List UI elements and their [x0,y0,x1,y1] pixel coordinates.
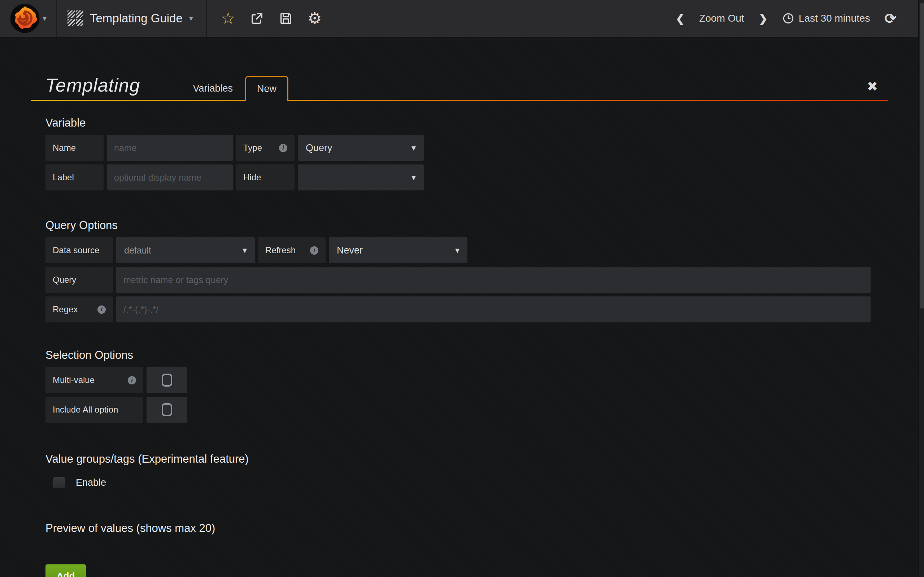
chevron-right-icon: ❯ [759,12,768,25]
dashboard-caret-icon: ▾ [189,15,193,23]
name-input[interactable] [107,135,233,161]
top-navbar: ▾ Templating Guide ▾ ☆ ⚙ [0,0,924,37]
time-range-picker[interactable]: Last 30 minutes [775,0,877,37]
name-label: Name [45,135,103,161]
clock-icon [782,12,795,24]
enable-label: Enable [76,477,106,488]
page-title: Templating [31,74,140,96]
templating-editor-page: Templating Variables New ✖ Variable Name… [0,38,924,577]
save-button[interactable] [274,0,298,37]
label-label: Label [45,164,103,190]
checkbox-unchecked-icon [162,403,172,416]
tab-underline-accent [31,100,888,101]
regex-input[interactable] [116,297,871,322]
share-icon [250,11,264,26]
include-all-row: Include All option [45,397,888,423]
chevron-left-icon: ❮ [676,12,685,25]
gear-icon: ⚙ [307,10,321,26]
time-shift-back-button[interactable]: ❮ [669,0,692,37]
refresh-select[interactable]: Never ▾ [329,237,467,263]
query-input[interactable] [116,267,871,293]
zoom-out-label: Zoom Out [699,13,744,24]
chevron-down-icon: ▾ [412,172,416,182]
refresh-info-icon[interactable]: i [310,246,318,255]
dashboard-icon [68,10,83,26]
close-icon: ✖ [867,79,878,94]
grafana-menu-button[interactable]: ▾ [0,0,56,37]
multi-value-info-icon[interactable]: i [128,376,136,384]
chevron-down-icon: ▾ [412,143,416,153]
hide-select[interactable]: ▾ [298,164,424,190]
query-options-heading: Query Options [45,218,888,233]
time-controls: ❮ Zoom Out ❯ Last 30 minutes ⟳ [669,0,924,37]
datasource-label: Data source [45,237,113,263]
selection-options-heading: Selection Options [45,348,888,363]
include-all-checkbox[interactable] [147,397,187,423]
type-label: Type i [236,135,294,161]
variable-name-row: Name Type i Query ▾ [45,135,888,161]
variable-editor-form: Variable Name Type i Query ▾ Label Hide … [0,115,924,577]
multi-value-label: Multi-value i [45,367,143,393]
dashboard-picker-button[interactable]: Templating Guide ▾ [57,0,206,37]
multi-value-row: Multi-value i [45,367,888,393]
datasource-select-value: default [124,245,151,256]
tab-variables[interactable]: Variables [181,76,245,101]
chevron-down-icon: ▾ [455,245,459,255]
add-button[interactable]: Add [45,564,86,577]
refresh-select-value: Never [337,245,363,256]
query-row: Query [45,267,888,293]
vertical-scrollbar[interactable] [918,0,924,577]
datasource-select[interactable]: default ▾ [116,237,255,263]
close-button[interactable]: ✖ [867,80,878,93]
grafana-logo [10,3,40,34]
star-icon: ☆ [221,10,235,26]
label-input[interactable] [107,164,233,190]
dashboard-title: Templating Guide [90,11,183,25]
templating-tabs: Variables New [181,76,288,101]
star-button[interactable]: ☆ [216,0,240,37]
share-button[interactable] [245,0,269,37]
chevron-down-icon: ▾ [242,245,247,255]
enable-checkbox[interactable] [53,477,65,488]
enable-row: Enable [45,477,888,488]
variable-label-row: Label Hide ▾ [45,164,888,190]
checkbox-unchecked-icon [162,374,172,387]
type-info-icon[interactable]: i [279,144,287,152]
zoom-out-button[interactable]: Zoom Out [692,0,751,37]
include-all-label: Include All option [45,397,143,423]
dashboard-actions: ☆ ⚙ [207,0,336,37]
settings-button[interactable]: ⚙ [303,0,327,37]
value-groups-heading: Value groups/tags (Experimental feature) [45,451,888,467]
preview-heading: Preview of values (shows max 20) [45,521,888,536]
type-select-value: Query [306,142,333,154]
refresh-label: Refresh i [258,237,326,263]
multi-value-checkbox[interactable] [147,367,187,393]
hide-label: Hide [236,164,294,190]
type-select[interactable]: Query ▾ [298,135,424,161]
tab-new[interactable]: New [245,76,288,101]
regex-info-icon[interactable]: i [97,305,106,314]
regex-label: Regex i [45,297,113,322]
save-icon [279,11,293,26]
refresh-icon: ⟳ [884,11,897,26]
refresh-button[interactable]: ⟳ [877,0,904,37]
main-menu-caret-icon: ▾ [43,15,47,23]
query-label: Query [45,267,113,293]
time-range-label: Last 30 minutes [799,13,870,24]
variable-section-heading: Variable [45,115,888,131]
scrollbar-thumb[interactable] [920,3,924,309]
time-shift-forward-button[interactable]: ❯ [751,0,775,37]
datasource-row: Data source default ▾ Refresh i Never ▾ [45,237,888,263]
regex-row: Regex i [45,297,888,322]
templating-panel-header: Templating Variables New ✖ [31,38,888,101]
